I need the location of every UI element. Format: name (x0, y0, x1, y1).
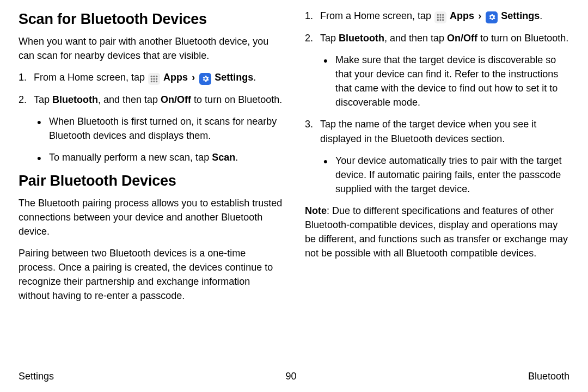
svg-point-9 (437, 14, 439, 16)
step1-prefix: From a Home screen, tap (34, 72, 145, 83)
chevron-icon: › (478, 10, 481, 21)
svg-point-2 (156, 76, 157, 77)
r-settings-label: Settings (501, 10, 540, 21)
svg-point-14 (442, 16, 444, 18)
apps-icon (148, 73, 160, 85)
svg-point-13 (439, 16, 441, 18)
step1-suffix: . (253, 72, 256, 83)
step2-text-b: , and then tap (98, 94, 161, 105)
svg-point-10 (439, 14, 441, 16)
svg-point-15 (437, 19, 439, 21)
pair-p1: The Bluetooth pairing process allows you… (19, 196, 283, 238)
content-columns: Scan for Bluetooth Devices When you want… (19, 9, 569, 310)
svg-point-6 (151, 81, 152, 82)
r-step1-prefix: From a Home screen, tap (320, 10, 431, 21)
svg-point-4 (153, 78, 155, 80)
page-footer: Settings 90 Bluetooth (19, 371, 569, 382)
pair-p2: Pairing between two Bluetooth devices is… (19, 246, 283, 303)
footer-page-number: 90 (285, 371, 296, 382)
r-step2-bluetooth: Bluetooth (339, 33, 384, 44)
bullet2-a: To manually perform a new scan, tap (49, 152, 212, 163)
svg-point-12 (437, 16, 439, 18)
step2-text-c: to turn on Bluetooth. (191, 94, 282, 105)
svg-point-5 (156, 78, 157, 80)
scan-intro: When you want to pair with another Bluet… (19, 34, 283, 63)
pair-step3-bullets: Your device automatically tries to pair … (320, 154, 569, 196)
heading-scan: Scan for Bluetooth Devices (19, 11, 283, 28)
svg-point-3 (151, 78, 152, 80)
r-step2-b: , and then tap (384, 33, 447, 44)
step2-text-a: Tap (34, 94, 52, 105)
footer-right: Bluetooth (528, 371, 569, 382)
settings-icon (199, 73, 211, 85)
svg-point-16 (439, 19, 441, 21)
scan-step-2: Tap Bluetooth, and then tap On/Off to tu… (19, 93, 283, 164)
chevron-icon: › (192, 72, 195, 83)
r-step3-text: Tap the name of the target device when y… (320, 119, 536, 144)
note-paragraph: Note: Due to different specifications an… (305, 204, 569, 260)
step2-bluetooth: Bluetooth (52, 94, 98, 105)
r-step1-suffix: . (540, 10, 542, 21)
note-body: : Due to different specifications and fe… (305, 205, 568, 259)
pair-bullet-1: Make sure that the target device is disc… (320, 53, 569, 109)
svg-point-7 (153, 81, 155, 82)
scan-steps: From a Home screen, tap Apps › Settings.… (19, 70, 283, 164)
left-column: Scan for Bluetooth Devices When you want… (19, 9, 283, 310)
apps-label: Apps (163, 72, 188, 83)
svg-point-8 (156, 81, 157, 82)
pair-step-1: From a Home screen, tap Apps › Settings. (305, 9, 569, 23)
heading-pair: Pair Bluetooth Devices (19, 173, 283, 189)
bullet2-scan: Scan (212, 152, 235, 163)
pair-step2-bullets: Make sure that the target device is disc… (320, 53, 569, 109)
r-step2-c: to turn on Bluetooth. (477, 33, 568, 44)
note-label: Note (305, 205, 327, 216)
r-step2-onoff: On/Off (447, 33, 477, 44)
svg-point-11 (442, 14, 444, 16)
apps-icon (434, 11, 446, 23)
settings-label: Settings (215, 72, 253, 83)
step2-onoff: On/Off (161, 94, 191, 105)
scan-bullet-1: When Bluetooth is first turned on, it sc… (34, 114, 283, 143)
pair-bullet-2: Your device automatically tries to pair … (320, 154, 569, 196)
scan-step-1: From a Home screen, tap Apps › Settings. (19, 70, 283, 85)
scan-step2-bullets: When Bluetooth is first turned on, it sc… (34, 114, 283, 164)
r-step2-a: Tap (320, 33, 339, 44)
svg-point-1 (153, 76, 155, 77)
scan-bullet-2: To manually perform a new scan, tap Scan… (34, 150, 283, 164)
right-column: From a Home screen, tap Apps › Settings.… (305, 9, 569, 310)
svg-point-0 (151, 76, 152, 77)
pair-step-3: Tap the name of the target device when y… (305, 117, 569, 195)
r-apps-label: Apps (450, 10, 474, 21)
pair-step-2: Tap Bluetooth, and then tap On/Off to tu… (305, 31, 569, 109)
pair-steps: From a Home screen, tap Apps › Settings.… (305, 9, 569, 196)
settings-icon (486, 11, 498, 23)
footer-left: Settings (19, 371, 54, 382)
bullet2-b: . (235, 152, 238, 163)
svg-point-17 (442, 19, 444, 21)
